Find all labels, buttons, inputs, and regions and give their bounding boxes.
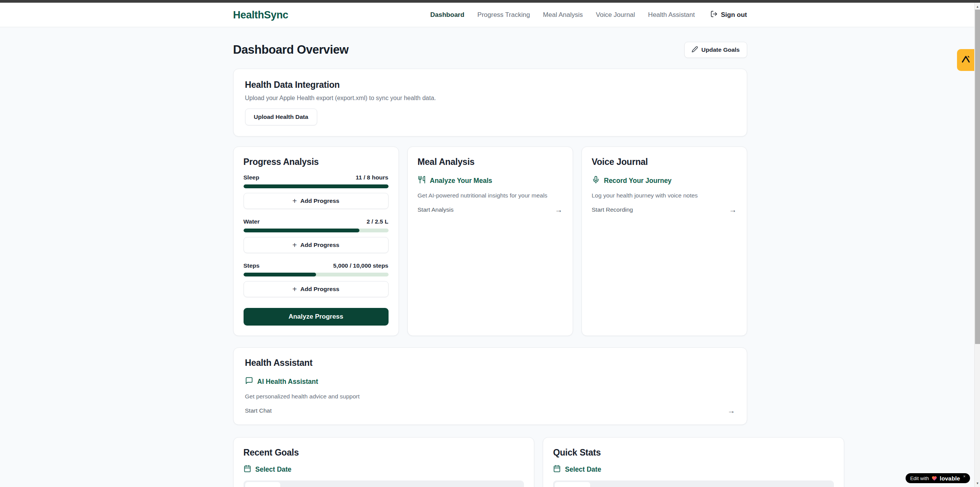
calendar-icon [244, 465, 251, 474]
card-description: Get AI-powered nutritional insights for … [418, 192, 563, 199]
metric-value: 5,000 / 10,000 steps [333, 262, 389, 269]
tab-thu-jan-30[interactable]: Thu, Jan 30 [704, 482, 746, 487]
arrow-right-icon: → [729, 206, 737, 214]
analyze-progress-button[interactable]: Analyze Progress [244, 308, 389, 326]
extension-side-badge[interactable] [957, 49, 974, 71]
add-progress-sleep-button[interactable]: +Add Progress [244, 193, 389, 209]
nav-health-assistant[interactable]: Health Assistant [648, 11, 695, 19]
card-title: Recent Goals [244, 448, 524, 458]
sign-out-label: Sign out [721, 11, 747, 19]
metric-value: 2 / 2.5 L [367, 218, 389, 225]
progress-analysis-card: Progress Analysis Sleep 11 / 8 hours +Ad… [233, 146, 399, 336]
card-title: Progress Analysis [244, 157, 389, 167]
start-analysis-action[interactable]: Start Analysis → [418, 206, 563, 214]
nav-dashboard[interactable]: Dashboard [430, 11, 464, 19]
card-title: Voice Journal [592, 157, 737, 167]
progress-bar-sleep [244, 184, 389, 188]
main-nav: Dashboard Progress Tracking Meal Analysi… [430, 10, 747, 20]
ai-health-assistant-link[interactable]: AI Health Assistant [245, 377, 735, 387]
card-title: Health Assistant [245, 358, 735, 368]
recent-goals-card: Recent Goals Select Date Today Yesterday… [233, 437, 535, 487]
add-progress-water-button[interactable]: +Add Progress [244, 237, 389, 253]
quick-stats-card: Quick Stats Select Date Today Yesterday … [543, 437, 844, 487]
metric-water: Water 2 / 2.5 L +Add Progress [244, 211, 389, 253]
start-recording-action[interactable]: Start Recording → [592, 206, 737, 214]
progress-bar-steps [244, 273, 389, 276]
tab-tue-jan-28[interactable]: Tue, Jan 28 [481, 482, 522, 487]
tab-yesterday[interactable]: Yesterday [280, 482, 317, 487]
utensils-icon [418, 176, 426, 186]
meal-analysis-card: Meal Analysis Analyze Your Meals Get AI-… [407, 146, 573, 336]
close-icon[interactable]: × [963, 474, 965, 479]
lovable-logo-icon [961, 54, 971, 66]
progress-bar-water [244, 229, 389, 232]
tab-tue-jan-28[interactable]: Tue, Jan 28 [790, 482, 832, 487]
scrollbar-up-arrow[interactable]: ▲ [975, 3, 980, 10]
site-header: HealthSync Dashboard Progress Tracking M… [0, 3, 980, 27]
analyze-your-meals-link[interactable]: Analyze Your Meals [418, 176, 563, 186]
health-assistant-card: Health Assistant AI Health Assistant Get… [233, 347, 747, 425]
tab-wed-jan-29[interactable]: Wed, Jan 29 [436, 482, 481, 487]
main-content: Dashboard Overview Update Goals Health D… [233, 27, 747, 487]
metric-label: Steps [244, 262, 260, 269]
logout-icon [710, 10, 718, 20]
metric-sleep: Sleep 11 / 8 hours +Add Progress [244, 167, 389, 209]
voice-journal-card: Voice Journal Record Your Journey Log yo… [581, 146, 747, 336]
record-your-journey-link[interactable]: Record Your Journey [592, 176, 737, 186]
app-logo[interactable]: HealthSync [233, 9, 288, 21]
calendar-icon [553, 465, 561, 474]
tab-fri-jan-31[interactable]: Fri, Jan 31 [356, 482, 394, 487]
metric-value: 11 / 8 hours [356, 174, 388, 181]
page-title: Dashboard Overview [233, 43, 349, 57]
card-title: Meal Analysis [418, 157, 563, 167]
mic-icon [592, 176, 600, 186]
scrollbar-down-arrow[interactable]: ▼ [975, 480, 980, 486]
tab-sat-feb-1[interactable]: Sat, Feb 1 [627, 482, 665, 487]
nav-progress-tracking[interactable]: Progress Tracking [478, 11, 530, 19]
nav-meal-analysis[interactable]: Meal Analysis [543, 11, 583, 19]
arrow-right-icon: → [728, 407, 735, 415]
metric-label: Water [244, 218, 260, 225]
date-tabs: Today Yesterday Sat, Feb 1 Fri, Jan 31 T… [244, 480, 524, 487]
vertical-scrollbar[interactable]: ▲ ▼ [974, 3, 980, 487]
card-description: Log your health journey with voice notes [592, 192, 737, 199]
nav-voice-journal[interactable]: Voice Journal [596, 11, 635, 19]
upload-health-data-button[interactable]: Upload Health Data [245, 109, 317, 125]
chat-bubble-icon [245, 377, 253, 387]
arrow-right-icon: → [555, 206, 563, 214]
update-goals-button[interactable]: Update Goals [684, 42, 747, 58]
tab-today[interactable]: Today [245, 482, 281, 487]
tab-yesterday[interactable]: Yesterday [590, 482, 627, 487]
heart-icon [931, 475, 937, 481]
metric-label: Sleep [244, 174, 259, 181]
tab-fri-jan-31[interactable]: Fri, Jan 31 [665, 482, 704, 487]
date-tabs: Today Yesterday Sat, Feb 1 Fri, Jan 31 T… [553, 480, 834, 487]
select-date-button[interactable]: Select Date [244, 465, 524, 474]
card-title: Health Data Integration [245, 80, 735, 90]
plus-icon: + [292, 197, 297, 206]
metric-steps: Steps 5,000 / 10,000 steps +Add Progress [244, 255, 389, 297]
tab-wed-jan-29[interactable]: Wed, Jan 29 [746, 482, 791, 487]
plus-icon: + [292, 241, 297, 250]
tab-today[interactable]: Today [555, 482, 590, 487]
plus-icon: + [292, 285, 297, 294]
tab-thu-jan-30[interactable]: Thu, Jan 30 [394, 482, 436, 487]
sign-out-button[interactable]: Sign out [710, 10, 747, 20]
select-date-button[interactable]: Select Date [553, 465, 834, 474]
scrollbar-thumb[interactable] [975, 10, 980, 344]
card-description: Upload your Apple Health export (export.… [245, 95, 735, 102]
window-top-strip [0, 0, 980, 3]
card-title: Quick Stats [553, 448, 834, 458]
add-progress-steps-button[interactable]: +Add Progress [244, 281, 389, 297]
health-data-integration-card: Health Data Integration Upload your Appl… [233, 69, 747, 137]
pencil-icon [692, 46, 698, 54]
start-chat-action[interactable]: Start Chat → [245, 407, 735, 415]
tab-sat-feb-1[interactable]: Sat, Feb 1 [317, 482, 356, 487]
edit-with-lovable-badge[interactable]: Edit with lovable × [906, 473, 970, 483]
card-description: Get personalized health advice and suppo… [245, 393, 735, 400]
